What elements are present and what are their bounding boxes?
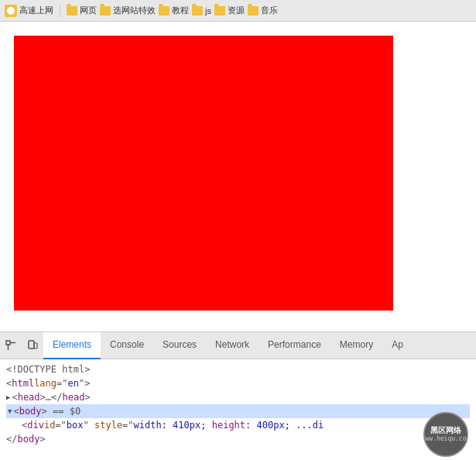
bookmark-home[interactable]: 高速上网: [5, 5, 53, 17]
bookmark-music[interactable]: 音乐: [248, 5, 278, 16]
code-line-doctype: <!DOCTYPE html>: [6, 362, 470, 376]
svg-rect-0: [6, 341, 10, 345]
folder-icon: [100, 6, 111, 15]
red-box-element: [14, 36, 393, 311]
devtools-code-panel: <!DOCTYPE html> <html lang="en"> ▶ <head…: [0, 359, 476, 460]
folder-icon: [159, 6, 170, 15]
tab-console[interactable]: Console: [101, 332, 153, 359]
responsive-icon-button[interactable]: [22, 332, 43, 359]
code-line-div[interactable]: <div id="box" style="width: 410px; heigh…: [6, 418, 470, 432]
code-line-html: <html lang="en">: [6, 376, 470, 390]
tab-network[interactable]: Network: [206, 332, 259, 359]
inspect-icon-button[interactable]: [0, 332, 22, 359]
divider: [60, 5, 60, 17]
bookmark-resources[interactable]: 资源: [214, 5, 245, 16]
folder-icon: [214, 6, 225, 15]
devtools-panel: Elements Console Sources Network Perform…: [0, 331, 476, 460]
devtools-tab-bar: Elements Console Sources Network Perform…: [0, 332, 476, 359]
folder-icon: [192, 6, 203, 15]
code-line-body-close: </body>: [6, 432, 470, 446]
tab-elements[interactable]: Elements: [43, 332, 101, 359]
svg-rect-3: [29, 341, 34, 348]
tab-performance[interactable]: Performance: [259, 332, 330, 359]
watermark: 黑区网络 www.heiqu.com: [423, 412, 468, 457]
browser-toolbar: 高速上网 网页 选网站特效 教程 js 资源 音乐: [0, 0, 476, 22]
tab-sources[interactable]: Sources: [153, 332, 206, 359]
bookmark-js[interactable]: js: [192, 6, 211, 15]
tab-memory[interactable]: Memory: [330, 332, 382, 359]
svg-rect-4: [34, 343, 37, 348]
folder-icon: [248, 6, 259, 15]
bookmark-tutorial[interactable]: 教程: [159, 5, 189, 16]
bookmark-effects[interactable]: 选网站特效: [100, 5, 156, 16]
folder-icon: [67, 6, 77, 15]
tab-application[interactable]: Ap: [382, 332, 413, 359]
bookmark-webpage[interactable]: 网页: [67, 5, 97, 16]
code-line-body[interactable]: ▼ <body> == $0: [6, 404, 470, 418]
browser-content: [0, 22, 476, 331]
code-line-head[interactable]: ▶ <head>…</head>: [6, 390, 470, 404]
